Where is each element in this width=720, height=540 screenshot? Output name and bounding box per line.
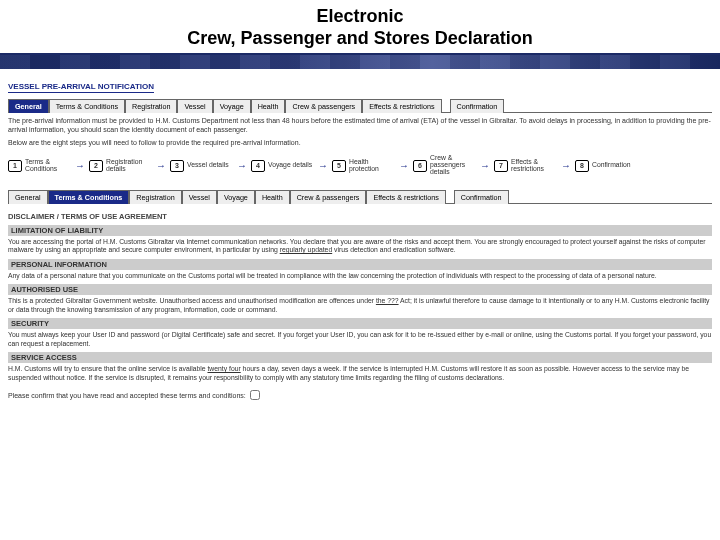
arrow-icon: → xyxy=(480,160,490,171)
confirm-label: Please confirm that you have read and ac… xyxy=(8,392,246,399)
step-6: 6Crew & passengers details xyxy=(413,155,476,175)
step-2: 2Registration details xyxy=(89,159,152,173)
tab-b-general[interactable]: General xyxy=(8,190,48,204)
step-number: 6 xyxy=(413,160,427,172)
tc-body-post: virus detection and eradication software… xyxy=(332,246,456,253)
tc-link-4[interactable]: twenty four xyxy=(207,365,240,372)
step-3: 3Vessel details xyxy=(170,160,233,172)
tab-a-crew-passengers[interactable]: Crew & passengers xyxy=(285,99,362,113)
tc-body-pre: This is a protected Gibraltar Government… xyxy=(8,297,376,304)
tc-body-0: You are accessing the portal of H.M. Cus… xyxy=(8,238,712,255)
confirm-row: Please confirm that you have read and ac… xyxy=(8,390,712,400)
step-4: 4Voyage details xyxy=(251,160,314,172)
tc-link-2[interactable]: the ??? xyxy=(376,297,399,304)
tc-body-pre: You must always keep your User ID and pa… xyxy=(8,331,711,346)
tc-body-2: This is a protected Gibraltar Government… xyxy=(8,297,712,314)
tc-body-pre: H.M. Customs will try to ensure that the… xyxy=(8,365,207,372)
page-header: Electronic Crew, Passenger and Stores De… xyxy=(0,0,720,55)
page-title: Electronic Crew, Passenger and Stores De… xyxy=(0,6,720,49)
tabbar-general: GeneralTerms & ConditionsRegistrationVes… xyxy=(8,99,712,113)
tab-a-terms-conditions[interactable]: Terms & Conditions xyxy=(49,99,125,113)
tab-a-vessel[interactable]: Vessel xyxy=(177,99,212,113)
tc-head-1: PERSONAL INFORMATION xyxy=(8,259,712,270)
arrow-icon: → xyxy=(399,160,409,171)
tab-b-registration[interactable]: Registration xyxy=(129,190,181,204)
step-number: 2 xyxy=(89,160,103,172)
step-label: Registration details xyxy=(106,159,152,173)
arrow-icon: → xyxy=(318,160,328,171)
tab-a-voyage[interactable]: Voyage xyxy=(213,99,251,113)
intro-para-2: Below are the eight steps you will need … xyxy=(8,139,712,148)
step-label: Effects & restrictions xyxy=(511,159,557,173)
tab-b-health[interactable]: Health xyxy=(255,190,290,204)
step-number: 1 xyxy=(8,160,22,172)
section-prearrival-title: VESSEL PRE-ARRIVAL NOTIFICATION xyxy=(8,82,154,93)
step-number: 5 xyxy=(332,160,346,172)
step-label: Vessel details xyxy=(187,162,233,169)
arrow-icon: → xyxy=(237,160,247,171)
step-label: Health protection xyxy=(349,159,395,173)
title-line1: Electronic xyxy=(316,6,403,26)
step-1: 1Terms & Conditions xyxy=(8,159,71,173)
tab-b-vessel[interactable]: Vessel xyxy=(182,190,217,204)
tc-body-4: H.M. Customs will try to ensure that the… xyxy=(8,365,712,382)
tc-head-0: LIMITATION OF LIABILITY xyxy=(8,225,712,236)
tabbar-terms: GeneralTerms & ConditionsRegistrationVes… xyxy=(8,190,712,204)
main-content: VESSEL PRE-ARRIVAL NOTIFICATION GeneralT… xyxy=(0,69,720,400)
tab-b-crew-passengers[interactable]: Crew & passengers xyxy=(290,190,367,204)
step-flow: 1Terms & Conditions→2Registration detail… xyxy=(8,155,712,175)
arrow-icon: → xyxy=(156,160,166,171)
arrow-icon: → xyxy=(561,160,571,171)
step-8: 8Confirmation xyxy=(575,160,638,172)
arrow-icon: → xyxy=(75,160,85,171)
tc-body-1: Any data of a personal nature that you c… xyxy=(8,272,712,280)
disclaimer-heading: DISCLAIMER / TERMS OF USE AGREEMENT xyxy=(8,212,712,221)
tc-link-0[interactable]: regularly updated xyxy=(280,246,333,253)
step-label: Crew & passengers details xyxy=(430,155,476,175)
step-5: 5Health protection xyxy=(332,159,395,173)
confirm-checkbox[interactable] xyxy=(250,390,260,400)
tc-head-4: SERVICE ACCESS xyxy=(8,352,712,363)
tab-b-terms-conditions[interactable]: Terms & Conditions xyxy=(48,190,130,204)
tab-b-confirmation[interactable]: Confirmation xyxy=(454,190,509,204)
tab-a-general[interactable]: General xyxy=(8,99,49,113)
tc-head-2: AUTHORISED USE xyxy=(8,284,712,295)
tab-a-confirmation[interactable]: Confirmation xyxy=(450,99,505,113)
banner-stripe xyxy=(0,55,720,69)
tc-body-3: You must always keep your User ID and pa… xyxy=(8,331,712,348)
step-number: 8 xyxy=(575,160,589,172)
title-line2: Crew, Passenger and Stores Declaration xyxy=(187,28,532,48)
step-label: Voyage details xyxy=(268,162,314,169)
tab-b-effects-restrictions[interactable]: Effects & restrictions xyxy=(366,190,445,204)
step-number: 3 xyxy=(170,160,184,172)
step-label: Terms & Conditions xyxy=(25,159,71,173)
intro-para-1: The pre-arrival information must be prov… xyxy=(8,117,712,135)
step-7: 7Effects & restrictions xyxy=(494,159,557,173)
step-number: 4 xyxy=(251,160,265,172)
step-label: Confirmation xyxy=(592,162,638,169)
terms-block: LIMITATION OF LIABILITYYou are accessing… xyxy=(8,225,712,382)
tab-b-voyage[interactable]: Voyage xyxy=(217,190,255,204)
tc-body-pre: Any data of a personal nature that you c… xyxy=(8,272,657,279)
tab-a-health[interactable]: Health xyxy=(251,99,286,113)
tc-head-3: SECURITY xyxy=(8,318,712,329)
tab-a-registration[interactable]: Registration xyxy=(125,99,177,113)
step-number: 7 xyxy=(494,160,508,172)
tab-a-effects-restrictions[interactable]: Effects & restrictions xyxy=(362,99,441,113)
